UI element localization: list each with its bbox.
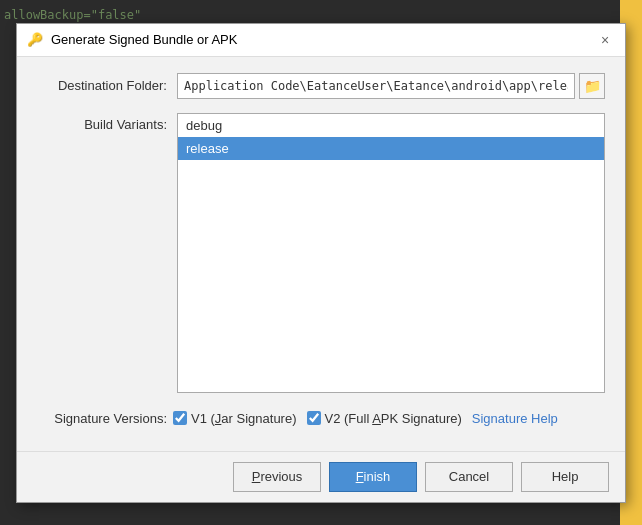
dialog-footer: Previous Finish Cancel Help (17, 451, 625, 502)
dialog-body: Destination Folder: 📁 Build Variants: de… (17, 57, 625, 451)
variant-release[interactable]: release (178, 137, 604, 160)
signature-versions-row: Signature Versions: V1 (Jar Signature) V… (37, 407, 605, 430)
folder-icon: 📁 (584, 78, 601, 94)
bg-code-text: allowBackup="false" (0, 8, 141, 22)
destination-folder-row: Destination Folder: 📁 (37, 73, 605, 99)
v1-label: V1 (Jar Signature) (191, 411, 297, 426)
destination-folder-input-group: 📁 (177, 73, 605, 99)
previous-button[interactable]: Previous (233, 462, 321, 492)
destination-folder-label: Destination Folder: (37, 78, 167, 93)
help-button[interactable]: Help (521, 462, 609, 492)
dialog-close-button[interactable]: × (595, 30, 615, 50)
browse-folder-button[interactable]: 📁 (579, 73, 605, 99)
v2-checkbox[interactable] (307, 411, 321, 425)
dialog-title: Generate Signed Bundle or APK (51, 32, 587, 47)
cancel-button[interactable]: Cancel (425, 462, 513, 492)
destination-folder-input[interactable] (177, 73, 575, 99)
signature-help-link[interactable]: Signature Help (472, 411, 558, 426)
generate-signed-dialog: 🔑 Generate Signed Bundle or APK × Destin… (16, 23, 626, 503)
v2-checkbox-label[interactable]: V2 (Full APK Signature) (307, 411, 462, 426)
signature-versions-label: Signature Versions: (37, 411, 167, 426)
v1-checkbox-label[interactable]: V1 (Jar Signature) (173, 411, 297, 426)
v1-checkbox[interactable] (173, 411, 187, 425)
variant-debug[interactable]: debug (178, 114, 604, 137)
build-variants-label: Build Variants: (37, 113, 167, 132)
finish-button[interactable]: Finish (329, 462, 417, 492)
dialog-title-icon: 🔑 (27, 32, 43, 48)
v2-label: V2 (Full APK Signature) (325, 411, 462, 426)
build-variants-row: Build Variants: debug release (37, 113, 605, 393)
build-variants-list[interactable]: debug release (177, 113, 605, 393)
dialog-titlebar: 🔑 Generate Signed Bundle or APK × (17, 24, 625, 57)
signature-options: V1 (Jar Signature) V2 (Full APK Signatur… (173, 411, 558, 426)
